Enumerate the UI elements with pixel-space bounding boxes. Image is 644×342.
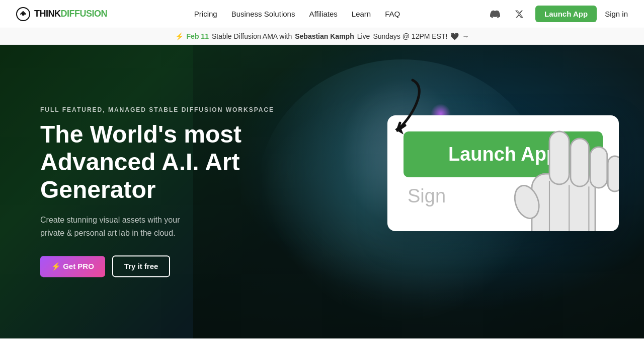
- nav-links: Pricing Business Solutions Affiliates Le…: [194, 10, 400, 18]
- bolt-icon: ⚡: [175, 32, 184, 40]
- brand-name: THINKDIFFUSION: [34, 9, 107, 19]
- tooltip-sign-label: Sign: [404, 185, 446, 207]
- svg-rect-4: [571, 139, 589, 186]
- hero-title: The World's most Advanced A.I. Art Gener…: [40, 120, 274, 204]
- announcement-speaker: Sebastian Kamph: [295, 32, 354, 40]
- try-free-button[interactable]: Try it free: [112, 255, 171, 277]
- nav-learn[interactable]: Learn: [352, 10, 371, 18]
- nav-pricing[interactable]: Pricing: [194, 10, 217, 18]
- logo-area: THINKDIFFUSION: [16, 7, 107, 21]
- announcement-bar: ⚡ Feb 11 Stable Diffusion AMA with Sebas…: [0, 28, 644, 45]
- announcement-schedule: Sundays @ 12PM EST!: [373, 32, 447, 40]
- svg-rect-5: [590, 147, 607, 188]
- discord-icon[interactable]: [487, 6, 503, 22]
- announcement-text-live: Live: [357, 32, 370, 40]
- svg-rect-6: [608, 156, 619, 191]
- hero-content: FULL FEATURED, MANAGED STABLE DIFFUSION …: [40, 106, 274, 278]
- hero-subtitle: Create stunning visual assets with yourp…: [40, 214, 274, 239]
- cursor-hand: [493, 115, 619, 231]
- nav-business[interactable]: Business Solutions: [231, 10, 295, 18]
- sign-in-link[interactable]: Sign in: [605, 10, 628, 18]
- nav-faq[interactable]: FAQ: [385, 10, 400, 18]
- announcement-emoji: 🖤: [450, 32, 459, 40]
- logo-icon: [16, 7, 30, 21]
- hero-eyebrow: FULL FEATURED, MANAGED STABLE DIFFUSION …: [40, 106, 274, 113]
- announcement-date: Feb 11: [187, 32, 209, 40]
- announcement-text-before: Stable Diffusion AMA with: [212, 32, 292, 40]
- announcement-arrow[interactable]: →: [462, 32, 469, 40]
- hero-cta-group: ⚡ Get PRO Try it free: [40, 255, 274, 277]
- nav-actions: Launch App Sign in: [487, 6, 628, 22]
- svg-point-1: [22, 13, 25, 16]
- hero-section: FULL FEATURED, MANAGED STABLE DIFFUSION …: [0, 45, 644, 338]
- nav-affiliates[interactable]: Affiliates: [309, 10, 337, 18]
- launch-app-button[interactable]: Launch App: [535, 6, 597, 22]
- get-pro-button[interactable]: ⚡ Get PRO: [40, 256, 105, 277]
- svg-rect-3: [549, 131, 569, 184]
- arrow-annotation: [352, 75, 433, 166]
- twitter-x-icon[interactable]: [511, 6, 527, 22]
- navbar: THINKDIFFUSION Pricing Business Solution…: [0, 0, 644, 28]
